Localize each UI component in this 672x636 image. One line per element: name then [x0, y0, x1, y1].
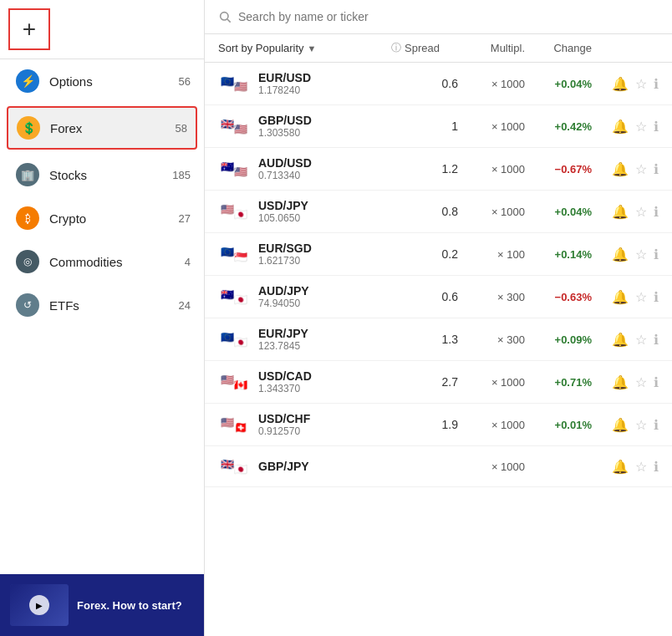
notification-icon[interactable]: 🔔 [612, 289, 629, 305]
notification-icon[interactable]: 🔔 [612, 76, 629, 92]
asset-name: USD/JPY [258, 199, 308, 212]
row-asset: 🇦🇺 🇺🇸 AUD/USD 0.713340 [218, 156, 391, 181]
row-change: +0.04% [525, 78, 592, 90]
notification-icon[interactable]: 🔔 [612, 417, 629, 433]
flag1-icon: 🇪🇺 [218, 328, 237, 346]
sort-dropdown[interactable]: Sort by Popularity ▼ [218, 42, 391, 54]
promo-box[interactable]: ▶ Forex. How to start? [0, 574, 204, 636]
asset-name: EUR/JPY [258, 327, 308, 340]
notification-icon[interactable]: 🔔 [612, 374, 629, 390]
asset-price: 105.0650 [258, 212, 308, 224]
row-actions: 🔔 ☆ ℹ [592, 76, 659, 92]
asset-name: EUR/SGD [258, 242, 312, 255]
info-icon[interactable]: ℹ [654, 204, 659, 220]
star-icon[interactable]: ☆ [635, 332, 647, 348]
table-row[interactable]: 🇦🇺 🇯🇵 AUD/JPY 74.94050 0.6 × 300 −0.63% … [205, 276, 672, 318]
star-icon[interactable]: ☆ [635, 119, 647, 135]
row-change: +0.04% [525, 206, 592, 218]
sidebar-item-forex[interactable]: 💲 Forex 58 [7, 106, 197, 150]
sidebar-item-label: Crypto [49, 211, 172, 226]
table-row[interactable]: 🇬🇧 🇯🇵 GBP/JPY × 1000 🔔 ☆ ℹ [205, 446, 672, 487]
sidebar-item-label: ETFs [49, 298, 172, 313]
row-spread: 2.7 [391, 375, 458, 389]
info-icon[interactable]: ℹ [654, 374, 659, 390]
row-multipl: × 1000 [458, 120, 525, 133]
flag1-icon: 🇺🇸 [218, 370, 237, 389]
info-icon[interactable]: ℹ [654, 161, 659, 177]
row-change: +0.71% [525, 376, 592, 389]
search-input[interactable] [238, 10, 659, 23]
row-spread: 1.2 [391, 162, 458, 176]
row-change: +0.01% [525, 419, 592, 431]
spread-info-icon[interactable]: ⓘ [391, 41, 401, 55]
sidebar-item-count: 56 [179, 75, 191, 88]
notification-icon[interactable]: 🔔 [612, 119, 629, 135]
row-actions: 🔔 ☆ ℹ [592, 119, 659, 135]
info-icon[interactable]: ℹ [654, 459, 659, 475]
table-row[interactable]: 🇺🇸 🇯🇵 USD/JPY 105.0650 0.8 × 1000 +0.04%… [205, 191, 672, 233]
sidebar-item-count: 24 [179, 299, 191, 312]
forex-icon: 💲 [17, 116, 40, 140]
asset-price: 1.303580 [258, 127, 312, 139]
row-actions: 🔔 ☆ ℹ [592, 332, 659, 348]
star-icon[interactable]: ☆ [635, 247, 647, 262]
asset-price: 123.7845 [258, 340, 308, 352]
sidebar-item-commodities[interactable]: ◎ Commodities 4 [0, 240, 204, 283]
notification-icon[interactable]: 🔔 [612, 247, 629, 262]
info-icon[interactable]: ℹ [654, 417, 659, 433]
table-header: Sort by Popularity ▼ ⓘ Spread Multipl. C… [205, 34, 672, 63]
asset-price: 74.94050 [258, 298, 309, 309]
sidebar-item-options[interactable]: ⚡ Options 56 [0, 59, 204, 103]
info-icon[interactable]: ℹ [654, 119, 659, 135]
notification-icon[interactable]: 🔔 [612, 332, 629, 348]
star-icon[interactable]: ☆ [635, 204, 647, 220]
table-row[interactable]: 🇺🇸 🇨🇭 USD/CHF 0.912570 1.9 × 1000 +0.01%… [205, 404, 672, 446]
sidebar-item-crypto[interactable]: ₿ Crypto 27 [0, 196, 204, 240]
add-button[interactable]: + [8, 8, 50, 50]
flag1-icon: 🇺🇸 [218, 200, 237, 218]
asset-name: GBP/USD [258, 114, 312, 127]
sidebar-item-etfs[interactable]: ↺ ETFs 24 [0, 283, 204, 327]
row-multipl: × 1000 [458, 460, 525, 473]
table-row[interactable]: 🇬🇧 🇺🇸 GBP/USD 1.303580 1 × 1000 +0.42% 🔔… [205, 105, 672, 148]
star-icon[interactable]: ☆ [635, 161, 647, 177]
row-actions: 🔔 ☆ ℹ [592, 417, 659, 433]
asset-info: AUD/JPY 74.94050 [258, 284, 309, 309]
star-icon[interactable]: ☆ [635, 289, 647, 305]
info-icon[interactable]: ℹ [654, 76, 659, 92]
svg-point-0 [221, 13, 228, 20]
info-icon[interactable]: ℹ [654, 289, 659, 305]
info-icon[interactable]: ℹ [654, 247, 659, 262]
options-icon: ⚡ [16, 69, 39, 93]
asset-price: 1.621730 [258, 255, 312, 267]
asset-name: EUR/USD [258, 71, 311, 84]
promo-title: Forex. How to start? [77, 599, 182, 612]
star-icon[interactable]: ☆ [635, 374, 647, 390]
flag-pair: 🇺🇸 🇨🇦 [218, 370, 250, 394]
table-row[interactable]: 🇪🇺 🇯🇵 EUR/JPY 123.7845 1.3 × 300 +0.09% … [205, 318, 672, 361]
chevron-down-icon: ▼ [308, 43, 317, 53]
star-icon[interactable]: ☆ [635, 76, 647, 92]
asset-info: GBP/JPY [258, 460, 309, 473]
sidebar-item-stocks[interactable]: 🏢 Stocks 185 [0, 153, 204, 196]
table-row[interactable]: 🇺🇸 🇨🇦 USD/CAD 1.343370 2.7 × 1000 +0.71%… [205, 361, 672, 404]
asset-info: USD/CHF 0.912570 [258, 412, 310, 437]
asset-info: EUR/USD 1.178240 [258, 71, 311, 96]
flag-pair: 🇬🇧 🇺🇸 [218, 114, 250, 138]
flag-pair: 🇬🇧 🇯🇵 [218, 455, 250, 478]
info-icon[interactable]: ℹ [654, 332, 659, 348]
table-row[interactable]: 🇪🇺 🇺🇸 EUR/USD 1.178240 0.6 × 1000 +0.04%… [205, 63, 672, 105]
flag-pair: 🇦🇺 🇺🇸 [218, 157, 250, 181]
notification-icon[interactable]: 🔔 [612, 459, 629, 475]
table-row[interactable]: 🇦🇺 🇺🇸 AUD/USD 0.713340 1.2 × 1000 −0.67%… [205, 148, 672, 191]
notification-icon[interactable]: 🔔 [612, 204, 629, 220]
flag1-icon: 🇺🇸 [218, 413, 237, 431]
asset-name: AUD/USD [258, 156, 312, 170]
table-row[interactable]: 🇪🇺 🇸🇬 EUR/SGD 1.621730 0.2 × 100 +0.14% … [205, 233, 672, 276]
flag-pair: 🇺🇸 🇯🇵 [218, 200, 250, 223]
notification-icon[interactable]: 🔔 [612, 161, 629, 177]
star-icon[interactable]: ☆ [635, 459, 647, 475]
star-icon[interactable]: ☆ [635, 417, 647, 433]
row-asset: 🇺🇸 🇨🇦 USD/CAD 1.343370 [218, 369, 391, 394]
sort-label: Sort by Popularity [218, 42, 304, 54]
